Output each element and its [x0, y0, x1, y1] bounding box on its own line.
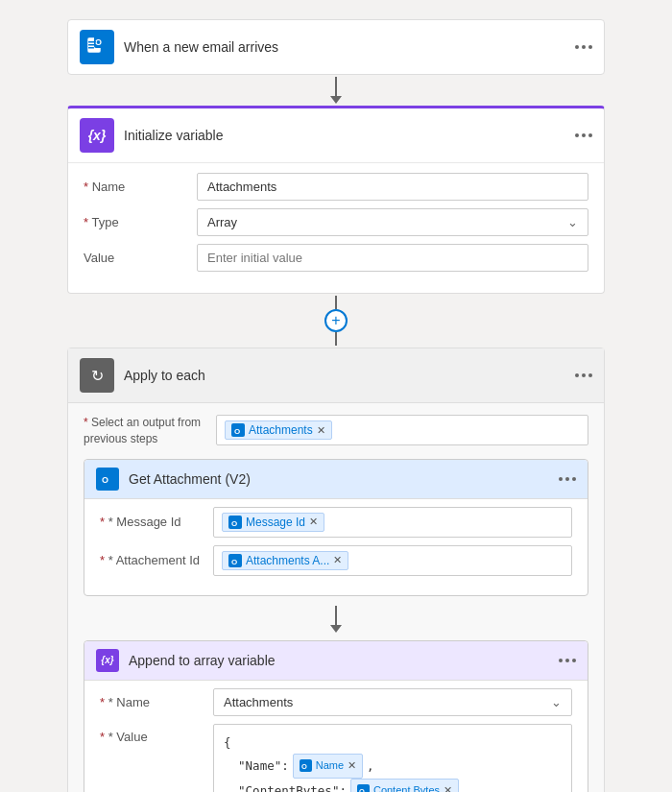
content-bytes-tag: O Content Bytes ✕: [350, 779, 459, 792]
append-name-select[interactable]: Attachments ⌄: [213, 688, 572, 716]
svg-rect-5: [88, 44, 95, 46]
init-variable-title: Initialize variable: [124, 128, 565, 143]
name-tag-close[interactable]: ✕: [348, 756, 356, 776]
message-id-label: * Message Id: [100, 515, 205, 529]
message-id-tag-label: Message Id: [246, 516, 305, 529]
trigger-title: When a new email arrives: [124, 39, 565, 55]
code-line-name: "Name": O Name ✕: [224, 754, 562, 779]
tag-close-button[interactable]: ✕: [317, 424, 325, 437]
variable-icon-box: {x}: [80, 118, 114, 153]
attachments-tag-label: Attachments: [249, 423, 313, 437]
trigger-card: O When a new email arrives: [67, 19, 605, 75]
attachment-id-tag-label: Attachments A...: [246, 554, 329, 567]
get-attachment-body: * Message Id O Message Id ✕: [84, 498, 588, 595]
name-input[interactable]: [197, 173, 588, 201]
connector-inner: [84, 606, 588, 633]
loop-icon-box: ↻: [80, 358, 114, 393]
svg-rect-6: [88, 47, 94, 49]
name-label: Name: [84, 180, 189, 194]
code-line-open: {: [224, 732, 562, 755]
svg-text:O: O: [231, 519, 237, 528]
comma-1: ,: [367, 756, 374, 778]
apply-each-body: * Select an output from previous steps O…: [68, 403, 604, 792]
append-value-row: * Value { "Name":: [100, 724, 572, 792]
chevron-down-icon: ⌄: [567, 215, 578, 229]
name-field-row: Name: [84, 173, 588, 201]
name-tag: O Name ✕: [293, 754, 363, 779]
open-brace: {: [224, 732, 231, 755]
name-key: "Name":: [224, 756, 289, 778]
value-field-row: Value: [84, 244, 588, 272]
append-value-label: * Value: [100, 724, 205, 744]
get-attachment-more-button[interactable]: [559, 477, 576, 481]
content-tag-outlook-icon: O: [357, 784, 370, 792]
message-id-tag: O Message Id ✕: [222, 513, 324, 532]
content-tag-close[interactable]: ✕: [444, 781, 452, 792]
append-name-label: * Name: [100, 695, 205, 709]
value-input[interactable]: [197, 244, 588, 272]
get-attach-icon-box: O: [96, 468, 119, 491]
select-output-input[interactable]: O Attachments ✕: [216, 415, 588, 445]
init-variable-card: {x} Initialize variable Name Type Array …: [67, 106, 605, 294]
code-line-content: "ContentBytes": O Content Bytes: [224, 779, 562, 792]
name-tag-outlook-icon: O: [300, 759, 312, 772]
type-value: Array: [207, 215, 237, 229]
type-select[interactable]: Array ⌄: [197, 208, 588, 236]
svg-text:O: O: [95, 37, 102, 47]
attachment-id-input[interactable]: O Attachments A... ✕: [213, 545, 572, 576]
get-attachment-card: O Get Attachment (V2) * Message Id: [84, 459, 588, 596]
get-attachment-header: O Get Attachment (V2): [84, 460, 588, 498]
add-step-button[interactable]: +: [324, 309, 348, 332]
attachment-id-row: * Attachement Id O Attachments A...: [100, 545, 572, 576]
loop-icon: ↻: [91, 367, 104, 385]
apply-each-header: ↻ Apply to each: [68, 348, 604, 403]
name-tag-label: Name: [316, 756, 344, 776]
svg-rect-4: [88, 41, 96, 43]
outlook-icon: O: [86, 35, 108, 60]
message-id-input[interactable]: O Message Id ✕: [213, 507, 572, 538]
attach-outlook-icon: O: [228, 554, 242, 567]
append-variable-icon: {x}: [101, 655, 113, 665]
append-value-input[interactable]: { "Name": O: [213, 724, 572, 792]
init-variable-more-button[interactable]: [575, 133, 592, 137]
attachments-tag: O Attachments ✕: [225, 420, 332, 440]
init-variable-header: {x} Initialize variable: [68, 108, 604, 162]
get-attachment-title: Get Attachment (V2): [129, 471, 549, 487]
content-tag-label: Content Bytes: [373, 781, 440, 792]
tag-outlook-icon: O: [231, 423, 245, 437]
type-field-row: Type Array ⌄: [84, 208, 588, 236]
attachment-id-close-button[interactable]: ✕: [333, 554, 342, 566]
type-label: Type: [84, 215, 189, 229]
append-name-value: Attachments: [224, 695, 293, 709]
outlook-icon-box: O: [80, 30, 114, 64]
svg-text:O: O: [359, 787, 365, 792]
select-output-label: * Select an output from previous steps: [84, 415, 208, 447]
message-id-close-button[interactable]: ✕: [309, 516, 318, 528]
message-id-row: * Message Id O Message Id ✕: [100, 507, 572, 538]
append-array-title: Append to array variable: [129, 653, 549, 668]
svg-text:O: O: [234, 427, 240, 436]
content-key: "ContentBytes":: [224, 780, 347, 792]
attachment-id-tag: O Attachments A... ✕: [222, 551, 348, 570]
apply-each-card: ↻ Apply to each * Select an output from …: [67, 348, 605, 792]
svg-text:O: O: [102, 475, 108, 485]
plus-connector: +: [324, 296, 348, 346]
append-name-row: * Name Attachments ⌄: [100, 688, 572, 716]
apply-each-more-button[interactable]: [575, 373, 592, 377]
append-array-header: {x} Append to array variable: [84, 641, 588, 680]
svg-text:O: O: [301, 762, 307, 771]
msg-outlook-icon: O: [228, 516, 242, 529]
append-chevron-icon: ⌄: [551, 695, 562, 709]
select-output-row: * Select an output from previous steps O…: [84, 415, 588, 447]
attachment-id-label: * Attachement Id: [100, 553, 205, 567]
variable-icon: {x}: [88, 128, 107, 143]
trigger-header: O When a new email arrives: [68, 20, 604, 74]
init-variable-body: Name Type Array ⌄ Value: [68, 162, 604, 293]
trigger-more-button[interactable]: [575, 45, 592, 49]
append-icon-box: {x}: [96, 649, 119, 672]
value-label: Value: [84, 251, 189, 265]
append-array-body: * Name Attachments ⌄ * Value {: [84, 680, 588, 792]
append-array-more-button[interactable]: [559, 659, 576, 662]
append-array-card: {x} Append to array variable * Name Atta…: [84, 640, 588, 792]
apply-each-title: Apply to each: [124, 368, 565, 383]
